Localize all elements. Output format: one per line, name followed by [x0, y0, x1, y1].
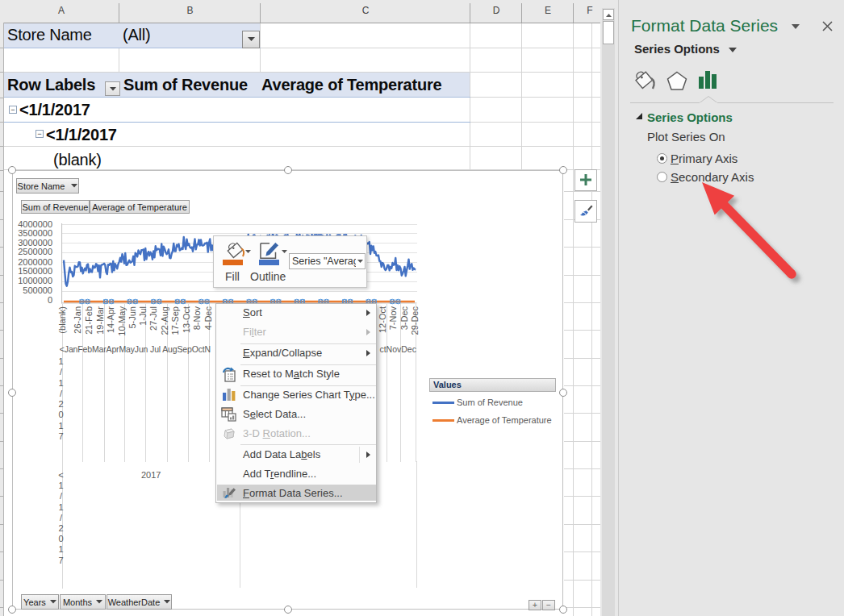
svg-text:19-Mar: 19-Mar	[95, 306, 105, 335]
svg-text:17-Sep: 17-Sep	[170, 306, 180, 335]
svg-text:12-Oct: 12-Oct	[378, 306, 387, 333]
svg-text:3-Dec: 3-Dec	[399, 306, 409, 331]
svg-text:(blank): (blank)	[57, 306, 67, 334]
svg-text:21-Feb: 21-Feb	[84, 306, 94, 335]
svg-text:22-Aug: 22-Aug	[160, 306, 169, 335]
svg-text:7-Nov: 7-Nov	[388, 306, 398, 331]
svg-text:29-Dec: 29-Dec	[410, 306, 420, 335]
svg-text:13-Oct: 13-Oct	[182, 306, 191, 333]
svg-text:4-Dec: 4-Dec	[203, 306, 213, 331]
svg-text:27-Jul: 27-Jul	[148, 306, 158, 331]
svg-text:8-Nov: 8-Nov	[192, 306, 202, 331]
svg-text:5-Jun: 5-Jun	[127, 306, 137, 329]
svg-text:14-Apr: 14-Apr	[106, 306, 115, 333]
svg-text:10-May: 10-May	[117, 306, 127, 336]
svg-text:1-Jul: 1-Jul	[138, 306, 148, 326]
svg-text:26-Jan: 26-Jan	[73, 306, 82, 334]
